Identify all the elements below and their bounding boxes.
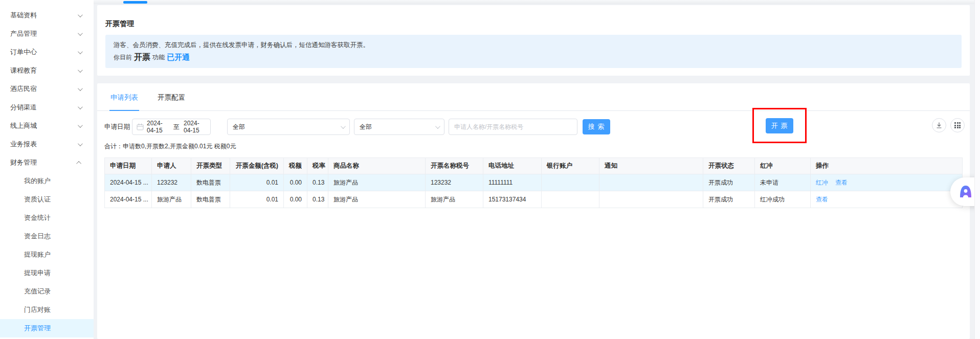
filter-select-2[interactable]: 全部	[354, 119, 444, 135]
filter-select-2-value: 全部	[360, 123, 372, 131]
sidebar-item-label: 基础资料	[10, 11, 37, 20]
sidebar-item-order-center[interactable]: 订单中心	[0, 43, 94, 61]
sidebar-item-course-edu[interactable]: 课程教育	[0, 61, 94, 80]
search-input[interactable]: 申请人名称/开票名称税号	[449, 119, 577, 135]
sidebar-item-label: 业务报表	[10, 140, 37, 149]
sidebar-item-product-mgmt[interactable]: 产品管理	[0, 25, 94, 43]
date-start-value[interactable]: 2024-04-15	[147, 120, 169, 134]
column-header-product-name: 商品名称	[328, 158, 426, 174]
chevron-down-icon	[78, 141, 83, 146]
sidebar-subitem-qualification[interactable]: 资质认证	[0, 190, 94, 209]
column-header-tax: 税额	[284, 158, 307, 174]
sidebar-subitem-fund-stats[interactable]: 资金统计	[0, 209, 94, 227]
tab-apply-list[interactable]: 申请列表	[109, 93, 139, 110]
sidebar-item-label: 分销渠道	[10, 103, 37, 112]
cell-product-name: 旅游产品	[328, 191, 426, 208]
sidebar-subitem-withdraw-apply[interactable]: 提现申请	[0, 264, 94, 282]
column-header-operation: 操作	[811, 158, 963, 174]
column-settings-icon[interactable]	[950, 118, 965, 132]
chevron-up-icon	[76, 161, 81, 166]
column-header-amount-with-tax: 开票金额(含税)	[230, 158, 284, 174]
cell-phone-address: 11111111	[483, 174, 542, 191]
cell-apply-date: 2024-04-15 ...	[105, 191, 152, 208]
sidebar-item-distribution-channel[interactable]: 分销渠道	[0, 98, 94, 117]
cell-tax: 0.00	[284, 191, 307, 208]
action-link[interactable]: 查看	[816, 196, 828, 203]
download-icon[interactable]	[932, 118, 946, 132]
cell-invoice-status: 开票成功	[703, 191, 755, 208]
action-link[interactable]: 查看	[835, 179, 848, 186]
sidebar-item-label: 财务管理	[10, 158, 37, 167]
cell-notify	[599, 191, 703, 208]
chevron-down-icon	[435, 124, 440, 129]
info-banner: 游客、会员消费、充值完成后，提供在线发票申请，财务确认后，短信通知游客获取开票。…	[105, 35, 962, 68]
chevron-down-icon	[78, 104, 83, 109]
sidebar-item-label: 酒店民宿	[10, 84, 37, 94]
cell-invoice-title-taxno: 旅游产品	[426, 191, 483, 208]
tab-invoice-config[interactable]: 开票配置	[157, 93, 186, 110]
assistant-logo-icon	[957, 183, 974, 200]
chevron-down-icon	[78, 123, 83, 128]
table-row: 2024-04-15 ...旅游产品数电普票0.010.000.13旅游产品旅游…	[105, 191, 963, 208]
sidebar-item-label: 订单中心	[10, 48, 37, 57]
chevron-down-icon	[78, 86, 83, 91]
column-header-red-flush: 红冲	[755, 158, 811, 174]
cell-bank-account	[542, 174, 599, 191]
table-row: 2024-04-15 ...123232数电普票0.010.000.13旅游产品…	[105, 174, 963, 191]
create-invoice-button[interactable]: 开 票	[766, 118, 793, 133]
cell-operation: 红冲查看	[811, 174, 963, 191]
sidebar-item-finance-mgmt[interactable]: 财务管理	[0, 153, 94, 172]
column-header-applicant: 申请人	[152, 158, 191, 174]
cell-invoice-type: 数电普票	[191, 174, 230, 191]
cell-product-name: 旅游产品	[328, 174, 426, 191]
search-input-placeholder: 申请人名称/开票名称税号	[454, 123, 523, 131]
cell-invoice-title-taxno: 123232	[426, 174, 483, 191]
cell-tax-rate: 0.13	[307, 191, 328, 208]
sidebar-subitem-fund-log[interactable]: 资金日志	[0, 227, 94, 245]
sidebar-subitem-store-reconcile[interactable]: 门店对账	[0, 301, 94, 319]
filter-select-1-value: 全部	[233, 123, 245, 131]
column-header-invoice-status: 开票状态	[703, 158, 755, 174]
sidebar-subitem-recharge-record[interactable]: 充值记录	[0, 282, 94, 301]
sidebar-item-online-mall[interactable]: 线上商城	[0, 117, 94, 135]
tab-bar: 申请列表开票配置	[97, 83, 970, 111]
chevron-down-icon	[78, 49, 83, 54]
column-header-notify: 通知	[599, 158, 703, 174]
date-separator: 至	[173, 123, 180, 131]
chevron-down-icon	[78, 12, 83, 17]
feature-status-link[interactable]: 已开通	[167, 51, 190, 64]
sidebar-item-basic-data[interactable]: 基础资料	[0, 6, 94, 25]
cell-operation: 查看	[811, 191, 963, 208]
info-feature-name: 开票	[134, 51, 150, 64]
date-range-picker[interactable]: 2024-04-15 至 2024-04-15	[132, 119, 211, 135]
cell-apply-date: 2024-04-15 ...	[105, 174, 152, 191]
date-end-value[interactable]: 2024-04-15	[184, 120, 206, 134]
vertical-scrollbar[interactable]	[974, 0, 980, 339]
cell-red-flush: 未申请	[755, 174, 811, 191]
action-link[interactable]: 红冲	[816, 179, 828, 186]
header-panel: 开票管理 游客、会员消费、充值完成后，提供在线发票申请，财务确认后，短信通知游客…	[97, 5, 970, 76]
invoice-table: 申请日期申请人开票类型开票金额(含税)税额税率商品名称开票名称税号电话地址银行账…	[104, 157, 963, 208]
sidebar-item-hotel-homestay[interactable]: 酒店民宿	[0, 80, 94, 98]
chevron-down-icon	[78, 67, 83, 73]
column-header-apply-date: 申请日期	[105, 158, 152, 174]
table-tools	[932, 118, 965, 132]
cell-phone-address: 15173137434	[483, 191, 542, 208]
sidebar-subitem-my-account[interactable]: 我的账户	[0, 172, 94, 190]
cell-tax: 0.00	[284, 174, 307, 191]
column-header-invoice-title-taxno: 开票名称税号	[426, 158, 483, 174]
calendar-icon	[137, 123, 144, 130]
sidebar-item-business-report[interactable]: 业务报表	[0, 135, 94, 153]
filter-select-1[interactable]: 全部	[227, 119, 350, 135]
cell-bank-account	[542, 191, 599, 208]
sidebar-subitem-invoice-mgmt[interactable]: 开票管理	[0, 319, 94, 337]
search-button[interactable]: 搜 索	[583, 119, 610, 134]
column-header-bank-account: 银行账户	[542, 158, 599, 174]
cell-red-flush: 红冲成功	[755, 191, 811, 208]
active-browser-tab-indicator	[123, 1, 147, 4]
cell-invoice-type: 数电普票	[191, 191, 230, 208]
cell-invoice-status: 开票成功	[703, 174, 755, 191]
sidebar-subitem-withdraw-account[interactable]: 提现账户	[0, 245, 94, 264]
column-header-invoice-type: 开票类型	[191, 158, 230, 174]
chevron-down-icon	[341, 124, 346, 129]
